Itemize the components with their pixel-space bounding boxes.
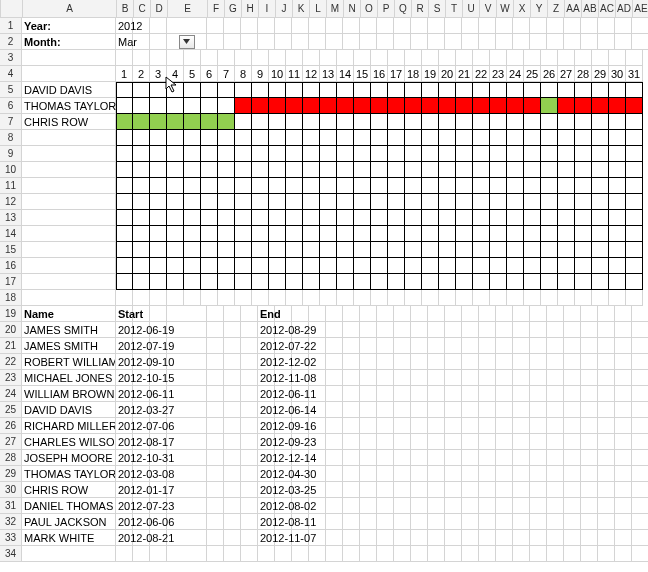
cell-S25[interactable] <box>428 402 445 418</box>
cell-Y16[interactable] <box>507 258 524 274</box>
cell-U1[interactable] <box>462 18 479 34</box>
cell-B2[interactable]: Mar <box>116 34 133 50</box>
cell-W23[interactable] <box>496 370 513 386</box>
cell-W1[interactable] <box>496 18 513 34</box>
cell-X34[interactable] <box>513 546 530 562</box>
cell-W8[interactable] <box>473 130 490 146</box>
cell-B16[interactable] <box>116 258 133 274</box>
cell-S30[interactable] <box>428 482 445 498</box>
cell-Q27[interactable] <box>394 434 411 450</box>
cell-AB7[interactable] <box>558 114 575 130</box>
cell-AA14[interactable] <box>541 226 558 242</box>
table-row-start[interactable]: 2012-01-17 <box>116 482 133 498</box>
cell-O6[interactable] <box>337 98 354 114</box>
cell-Z31[interactable] <box>547 498 564 514</box>
cell-AA34[interactable] <box>564 546 581 562</box>
cell-K18[interactable] <box>269 290 286 306</box>
cell-AD18[interactable] <box>592 290 609 306</box>
cell-J3[interactable] <box>252 50 269 66</box>
cell-AB10[interactable] <box>558 162 575 178</box>
cell-O26[interactable] <box>360 418 377 434</box>
cell-V31[interactable] <box>479 498 496 514</box>
cell-AE30[interactable] <box>632 482 648 498</box>
cell-AC2[interactable] <box>598 34 615 50</box>
cell-AB23[interactable] <box>581 370 598 386</box>
row-header-22[interactable]: 22 <box>0 354 22 370</box>
cell-V2[interactable] <box>479 34 496 50</box>
cell-W5[interactable] <box>473 82 490 98</box>
cell-AE20[interactable] <box>632 322 648 338</box>
cell-AE23[interactable] <box>632 370 648 386</box>
cell-B3[interactable] <box>116 50 133 66</box>
cell-V1[interactable] <box>479 18 496 34</box>
cell-AA3[interactable] <box>541 50 558 66</box>
cell-F22[interactable] <box>207 354 224 370</box>
cell-F24[interactable] <box>207 386 224 402</box>
cell-J34[interactable] <box>275 546 292 562</box>
day-header-1[interactable]: 1 <box>116 66 133 82</box>
row-header-33[interactable]: 33 <box>0 530 22 546</box>
cell-AD19[interactable] <box>615 306 632 322</box>
cell-F12[interactable] <box>184 194 201 210</box>
cell-L2[interactable] <box>309 34 326 50</box>
cell-I7[interactable] <box>235 114 252 130</box>
cell-A9[interactable] <box>22 146 116 162</box>
table-row-end[interactable]: 2012-08-02 <box>258 498 275 514</box>
cell-AA28[interactable] <box>564 450 581 466</box>
cell-AE5[interactable] <box>609 82 626 98</box>
cell-R17[interactable] <box>388 274 405 290</box>
cell-Q20[interactable] <box>394 322 411 338</box>
cell-Q7[interactable] <box>371 114 388 130</box>
cell-F33[interactable] <box>207 530 224 546</box>
cell-T6[interactable] <box>422 98 439 114</box>
cell-C15[interactable] <box>133 242 150 258</box>
cell-N28[interactable] <box>343 450 360 466</box>
cell-F23[interactable] <box>207 370 224 386</box>
cell-AC9[interactable] <box>575 146 592 162</box>
cell-A8[interactable] <box>22 130 116 146</box>
cell-A18[interactable] <box>22 290 116 306</box>
cell-O12[interactable] <box>337 194 354 210</box>
row-header-26[interactable]: 26 <box>0 418 22 434</box>
row-header-2[interactable]: 2 <box>0 34 22 50</box>
cell-O3[interactable] <box>337 50 354 66</box>
cell-AD26[interactable] <box>615 418 632 434</box>
day-header-5[interactable]: 5 <box>184 66 201 82</box>
cell-M22[interactable] <box>326 354 343 370</box>
cell-M11[interactable] <box>303 178 320 194</box>
cell-Z6[interactable] <box>524 98 541 114</box>
cell-G8[interactable] <box>201 130 218 146</box>
cell-I10[interactable] <box>235 162 252 178</box>
cell-S11[interactable] <box>405 178 422 194</box>
cell-T31[interactable] <box>445 498 462 514</box>
cell-I16[interactable] <box>235 258 252 274</box>
cell-Q31[interactable] <box>394 498 411 514</box>
cell-B6[interactable] <box>116 98 133 114</box>
cell-X14[interactable] <box>490 226 507 242</box>
cell-K8[interactable] <box>269 130 286 146</box>
col-header-U[interactable]: U <box>463 0 480 18</box>
cell-AA21[interactable] <box>564 338 581 354</box>
cell-R24[interactable] <box>411 386 428 402</box>
cell-A15[interactable] <box>22 242 116 258</box>
cell-AD7[interactable] <box>592 114 609 130</box>
cell-I1[interactable] <box>258 18 275 34</box>
cell-X22[interactable] <box>513 354 530 370</box>
cell-H15[interactable] <box>218 242 235 258</box>
cell-J10[interactable] <box>252 162 269 178</box>
cell-A16[interactable] <box>22 258 116 274</box>
cell-AE34[interactable] <box>632 546 648 562</box>
cell-AC29[interactable] <box>598 466 615 482</box>
cell-K34[interactable] <box>292 546 309 562</box>
cell-Z20[interactable] <box>547 322 564 338</box>
cell-G32[interactable] <box>224 514 241 530</box>
cell-N31[interactable] <box>343 498 360 514</box>
cell-AA17[interactable] <box>541 274 558 290</box>
cell-R33[interactable] <box>411 530 428 546</box>
day-header-23[interactable]: 23 <box>490 66 507 82</box>
cell-H9[interactable] <box>218 146 235 162</box>
cell-U6[interactable] <box>439 98 456 114</box>
cell-F2[interactable] <box>207 34 224 50</box>
cell-E34[interactable] <box>167 546 207 562</box>
cell-R8[interactable] <box>388 130 405 146</box>
